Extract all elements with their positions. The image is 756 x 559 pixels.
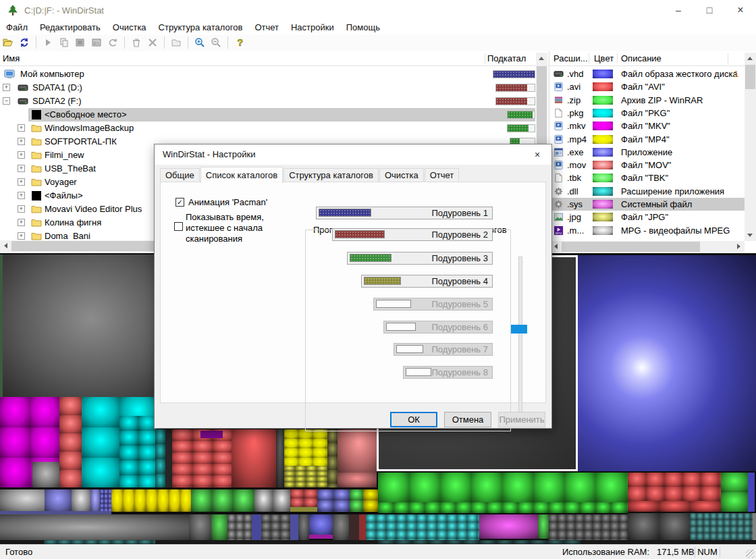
treemap-block[interactable] (155, 429, 165, 487)
treemap-block[interactable] (327, 429, 338, 487)
tab-1[interactable]: Общие (160, 168, 200, 183)
refresh-icon[interactable] (17, 35, 32, 50)
ext-row[interactable]: .movФайл "MOV" (550, 159, 745, 171)
treemap-block[interactable] (309, 514, 333, 535)
expander-plus-icon[interactable]: + (18, 178, 25, 186)
ext-row[interactable]: .mkvФайл "MKV" (550, 119, 745, 132)
ext-row[interactable]: .pkgФайл "PKG" (550, 107, 745, 119)
treemap-block[interactable] (0, 255, 3, 397)
treemap-block[interactable] (290, 514, 298, 540)
scroll-thumb[interactable] (562, 242, 700, 252)
levels-slider-track[interactable] (518, 257, 522, 423)
treemap-block[interactable] (298, 514, 309, 540)
column-divider[interactable] (728, 53, 728, 63)
treemap-block[interactable] (378, 473, 628, 502)
treemap-block[interactable] (721, 473, 748, 512)
treemap-block[interactable] (45, 489, 72, 512)
treemap-block[interactable] (284, 429, 327, 466)
column-header-description[interactable]: Описание (621, 53, 662, 63)
treemap-block[interactable] (211, 514, 227, 540)
menu-item-4[interactable]: Структура каталогов (153, 20, 249, 34)
treemap-block[interactable] (261, 514, 290, 540)
treemap-block[interactable] (748, 473, 755, 512)
resize-grip[interactable] (746, 550, 755, 558)
expander-plus-icon[interactable]: + (18, 192, 25, 199)
sublevel-color-swatch[interactable] (350, 254, 392, 262)
tree-row[interactable]: +SDATA1 (D:) (0, 81, 535, 95)
sublevel-color-swatch[interactable] (396, 345, 423, 353)
help-icon[interactable]: ? (232, 35, 247, 50)
treemap-block[interactable] (338, 473, 377, 487)
treemap-block[interactable] (290, 507, 317, 512)
column-header-name[interactable]: Имя (3, 53, 20, 63)
column-divider[interactable] (485, 53, 485, 63)
ext-row[interactable]: .mp4Файл "MP4" (550, 133, 745, 146)
treemap-block[interactable] (628, 473, 721, 501)
ext-row[interactable]: .exeПриложение (550, 146, 745, 159)
menu-item-1[interactable]: Файл (0, 20, 34, 34)
sublevel-color-swatch[interactable] (335, 230, 385, 238)
scroll-down-arrow[interactable] (747, 234, 753, 237)
tree-row[interactable]: −SDATA2 (F:) (0, 95, 535, 108)
column-header-extension[interactable]: Расши... (554, 53, 588, 63)
expander-plus-icon[interactable]: + (18, 205, 25, 213)
treemap-block[interactable] (252, 514, 261, 540)
tree-row[interactable]: <Свободное место> (0, 108, 535, 122)
treemap-block[interactable] (363, 489, 378, 512)
expander-plus-icon[interactable]: + (18, 219, 25, 226)
treemap-block[interactable] (479, 514, 538, 539)
treemap-block[interactable] (0, 514, 189, 540)
treemap-block[interactable] (549, 514, 628, 540)
tree-row[interactable]: +WindowsImageBackup (0, 122, 535, 135)
tab-3[interactable]: Структура каталогов (284, 168, 379, 183)
treemap-block[interactable] (189, 514, 211, 540)
scroll-up-arrow[interactable] (747, 57, 753, 60)
treemap-block[interactable] (538, 514, 549, 539)
scroll-thumb[interactable] (745, 65, 755, 89)
treemap-block[interactable] (338, 429, 377, 473)
sublevel-color-swatch[interactable] (386, 323, 416, 331)
treemap-block[interactable] (359, 514, 366, 540)
dialog-close-icon[interactable]: × (529, 146, 546, 163)
treemap-block[interactable] (90, 489, 100, 512)
column-header-subtree[interactable]: Подкатал (487, 53, 526, 63)
treemap-block[interactable] (232, 429, 276, 487)
ext-row[interactable]: .aviФайл "AVI" (550, 80, 745, 93)
menu-item-7[interactable]: Помощь (340, 20, 386, 34)
treemap-block[interactable] (349, 514, 359, 540)
ext-vscrollbar[interactable] (745, 53, 756, 241)
column-divider[interactable] (589, 53, 589, 63)
scroll-thumb[interactable] (537, 66, 547, 144)
cancel-button[interactable]: Отмена (444, 412, 491, 427)
menu-item-6[interactable]: Настройки (285, 20, 340, 34)
treemap-block[interactable] (191, 489, 254, 512)
maximize-button[interactable]: □ (694, 0, 725, 20)
tab-2[interactable]: Список каталогов (200, 167, 283, 183)
treemap-block[interactable] (72, 489, 90, 512)
treemap-block[interactable] (333, 514, 349, 540)
ext-row[interactable]: .dllРасширение приложения (550, 185, 745, 198)
treemap-block[interactable] (378, 502, 628, 513)
ext-row[interactable]: MPG.m...MPG - видеофайлы MPEG (550, 224, 745, 236)
treemap-block[interactable] (317, 489, 350, 512)
treemap-block[interactable] (628, 501, 721, 512)
treemap-block[interactable] (100, 489, 111, 512)
close-button[interactable]: × (725, 0, 756, 20)
treemap-block[interactable] (254, 489, 290, 512)
treemap-block[interactable] (284, 466, 327, 487)
treemap-block[interactable] (165, 429, 172, 487)
sublevel-color-swatch[interactable] (376, 300, 411, 308)
scroll-up-arrow[interactable] (539, 57, 544, 60)
sublevel-color-swatch[interactable] (364, 277, 401, 285)
ext-row[interactable]: .jpgФайл "JPG" (550, 211, 745, 223)
menu-item-2[interactable]: Редактировать (34, 20, 107, 34)
scroll-left-arrow[interactable] (4, 243, 7, 248)
pacman-checkbox[interactable]: ✓ (176, 198, 184, 207)
sublevel-color-swatch[interactable] (319, 209, 371, 217)
expander-plus-icon[interactable]: + (18, 151, 25, 159)
treemap-block[interactable] (111, 489, 191, 512)
sublevel-color-swatch[interactable] (406, 368, 431, 376)
open-folder-icon[interactable] (1, 35, 16, 50)
scroll-right-arrow[interactable] (737, 244, 740, 249)
treemap-block[interactable] (200, 431, 223, 438)
